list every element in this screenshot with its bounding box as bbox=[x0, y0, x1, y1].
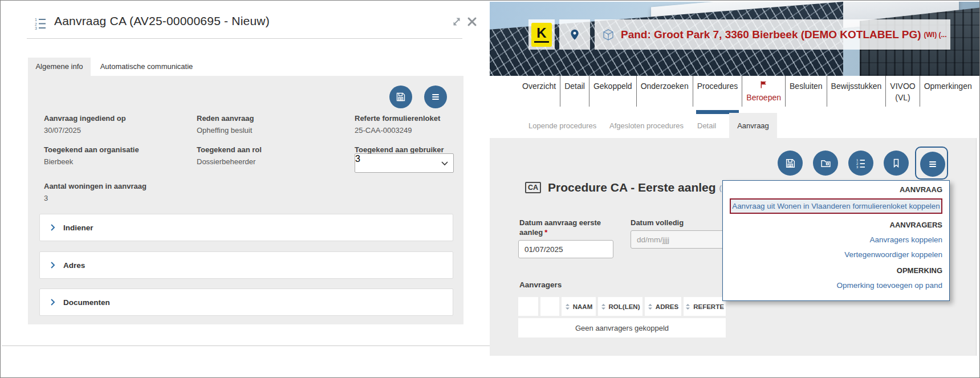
subtab-detail[interactable]: Detail bbox=[697, 121, 716, 130]
accordion-adres[interactable]: Adres bbox=[39, 251, 453, 279]
accordion-label: Indiener bbox=[63, 223, 93, 232]
modal-title: Aanvraag CA (AV25-00000695 - Nieuw) bbox=[54, 14, 270, 28]
field-reden-aanvraag: Reden aanvraag Opheffing besluit bbox=[197, 114, 254, 135]
menu-group-header: AANVRAGERS bbox=[890, 221, 942, 230]
field-aanvraag-ingediend-op: Aanvraag ingediend op 30/07/2025 bbox=[44, 114, 126, 135]
procedure-badge: CA bbox=[525, 182, 541, 193]
field-value: Opheffing besluit bbox=[197, 126, 254, 135]
table-header-empty-1 bbox=[518, 297, 538, 316]
table-empty-row: Geen aanvragers gekoppeld bbox=[518, 318, 726, 338]
field-value: 30/07/2025 bbox=[44, 126, 126, 135]
chevron-right-icon bbox=[50, 298, 55, 306]
accordion-documenten[interactable]: Documenten bbox=[39, 288, 453, 316]
field-label: Reden aanvraag bbox=[197, 114, 254, 123]
tab-onderzoeken[interactable]: Onderzoeken bbox=[637, 76, 693, 107]
subtab-lopende-procedures[interactable]: Lopende procedures bbox=[528, 121, 596, 130]
map-pin-button[interactable] bbox=[559, 19, 590, 50]
pand-title: Pand: Groot Park 7, 3360 Bierbeek (DEMO … bbox=[621, 29, 921, 41]
sort-icon bbox=[685, 303, 690, 310]
save-button[interactable] bbox=[389, 86, 412, 108]
tab-overzicht[interactable]: Overzicht bbox=[518, 76, 560, 107]
menu-item-aanvraag-koppelen[interactable]: Aanvraag uit Wonen in Vlaanderen formuli… bbox=[730, 198, 942, 214]
save-button[interactable] bbox=[778, 151, 803, 176]
menu-item-aanvragers-koppelen[interactable]: Aanvragers koppelen bbox=[869, 235, 942, 245]
field-aantal-woningen: Aantal woningen in aanvraag 3 bbox=[44, 182, 147, 202]
tab-algemene-info[interactable]: Algemene info bbox=[28, 58, 91, 76]
field-referte-formulierenloket: Referte formulierenloket 25-CAA-0003249 bbox=[355, 114, 440, 135]
menu-item-vertegenwoordiger-koppelen[interactable]: Vertegenwoordiger koppelen bbox=[844, 250, 942, 259]
numbered-list-button[interactable]: 1 2 3 bbox=[848, 151, 873, 176]
field-value: 3 bbox=[44, 194, 147, 202]
active-menu-button-ring bbox=[915, 147, 948, 180]
subtab-aanvraag[interactable]: Aanvraag bbox=[729, 113, 777, 138]
chevron-right-icon bbox=[50, 261, 55, 269]
bookmark-button[interactable] bbox=[884, 151, 909, 176]
folder-button[interactable] bbox=[813, 151, 838, 176]
pand-panel: K Pand: Groot Park 7, 3360 Bierbeek (DEM… bbox=[490, 1, 979, 377]
field-toegekend-rol: Toegekend aan rol Dossierbeheerder bbox=[197, 145, 262, 166]
sort-icon bbox=[565, 303, 570, 310]
chevron-right-icon bbox=[50, 223, 55, 231]
svg-text:1: 1 bbox=[35, 18, 37, 22]
accordion-indiener[interactable]: Indiener bbox=[39, 214, 453, 241]
tab-vivoo-vl[interactable]: VIVOO (VL) bbox=[886, 76, 920, 107]
subtab-afgesloten-procedures[interactable]: Afgesloten procedures bbox=[609, 121, 684, 130]
field-value: Dossierbeheerder bbox=[197, 157, 262, 166]
svg-text:2: 2 bbox=[35, 22, 37, 26]
cube-icon bbox=[603, 28, 614, 42]
main-tab-bar: Overzicht Detail Gekoppeld Onderzoeken P… bbox=[518, 76, 979, 111]
context-menu-button[interactable] bbox=[920, 152, 945, 177]
field-label: Toegekend aan gebruiker bbox=[355, 145, 444, 154]
table-header-adres[interactable]: ADRES bbox=[645, 297, 681, 316]
tab-bewijsstukken[interactable]: Bewijsstukken bbox=[827, 76, 887, 107]
accordion-label: Documenten bbox=[63, 298, 110, 307]
tab-automatische-communicatie[interactable]: Automatische communicatie bbox=[91, 58, 202, 76]
pand-title-bar: Pand: Groot Park 7, 3360 Bierbeek (DEMO … bbox=[595, 19, 950, 50]
table-header-empty-2 bbox=[540, 297, 559, 316]
datum-volledig-input[interactable] bbox=[631, 230, 725, 249]
datum-aanvraag-input[interactable] bbox=[518, 240, 613, 258]
sort-icon bbox=[601, 303, 606, 310]
procedure-title: Procedure CA - Eerste aanleg bbox=[548, 181, 716, 194]
menu-group-header: AANVRAAG bbox=[900, 185, 942, 194]
accordion-label: Adres bbox=[63, 261, 85, 270]
field-label: Referte formulierenloket bbox=[355, 114, 440, 123]
tab-besluiten[interactable]: Besluiten bbox=[786, 76, 827, 107]
table-header-rollen[interactable]: ROL(LEN) bbox=[598, 297, 643, 316]
numbered-list-icon: 1 2 3 bbox=[34, 17, 47, 30]
svg-text:3: 3 bbox=[35, 26, 37, 30]
date1-label: Datum aanvraag eerste aanleg* bbox=[519, 218, 611, 237]
pand-title-suffix: (WI) (... bbox=[924, 31, 947, 39]
field-label: Aantal woningen in aanvraag bbox=[44, 182, 147, 190]
context-menu-dropdown: AANVRAAG Aanvraag uit Wonen in Vlaandere… bbox=[722, 180, 950, 301]
sort-icon bbox=[648, 303, 653, 310]
toegekend-aan-gebruiker-select[interactable]: 3 bbox=[355, 153, 454, 173]
select-value: 3 bbox=[355, 154, 360, 164]
field-value: 25-CAA-0003249 bbox=[355, 126, 440, 135]
svg-text:3: 3 bbox=[856, 165, 859, 169]
table-header-referte[interactable]: REFERTE bbox=[684, 297, 726, 316]
tab-opmerkingen[interactable]: Opmerkingen bbox=[920, 76, 976, 107]
app-screen: 1 2 3 Aanvraag CA (AV25-00000695 - Nieuw… bbox=[0, 0, 980, 378]
menu-group-header: OPMERKING bbox=[897, 266, 942, 275]
kotlabel-logo: K bbox=[528, 19, 555, 50]
table-header-naam[interactable]: NAAM bbox=[562, 297, 596, 316]
tab-beroepen[interactable]: Beroepen bbox=[742, 76, 786, 107]
aanvragers-label: Aanvragers bbox=[519, 280, 562, 290]
close-icon[interactable] bbox=[467, 17, 477, 27]
date2-label: Datum volledig bbox=[631, 218, 684, 227]
procedure-title-row: CA Procedure CA - Eerste aanleg (HP bbox=[525, 181, 732, 194]
menu-button[interactable] bbox=[424, 86, 447, 108]
logo-letter: K bbox=[536, 26, 546, 40]
menu-item-opmerking-toevoegen[interactable]: Opmerking toevoegen op pand bbox=[837, 281, 942, 290]
field-label: Aanvraag ingediend op bbox=[44, 114, 126, 123]
flag-icon bbox=[759, 82, 768, 91]
field-toegekend-gebruiker: Toegekend aan gebruiker bbox=[355, 145, 444, 154]
tab-procedures[interactable]: Procedures bbox=[693, 76, 743, 107]
expand-icon[interactable] bbox=[452, 17, 462, 27]
tab-gekoppeld[interactable]: Gekoppeld bbox=[589, 76, 637, 107]
field-toegekend-organisatie: Toegekend aan organisatie Bierbeek bbox=[44, 145, 139, 166]
field-value: Bierbeek bbox=[44, 157, 139, 166]
tab-detail[interactable]: Detail bbox=[560, 76, 589, 107]
title-divider bbox=[27, 38, 462, 39]
